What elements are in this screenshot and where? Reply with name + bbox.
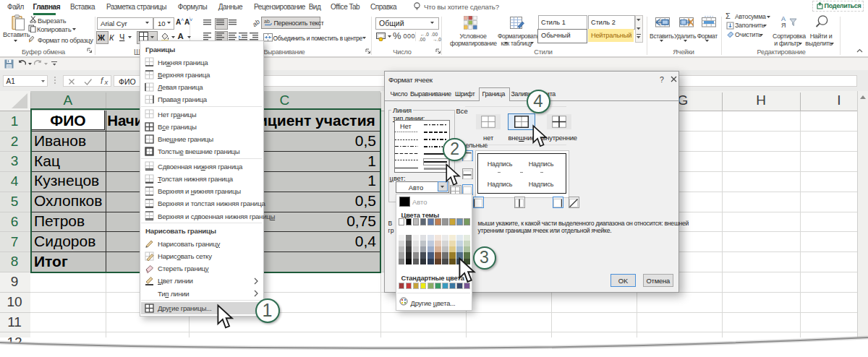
svg-text:ab: ab (264, 19, 270, 24)
svg-text:ab: ab (252, 18, 261, 27)
svg-text:→.0: →.0 (433, 37, 441, 42)
svg-text:Я: Я (781, 22, 786, 29)
svg-text:.00: .00 (419, 37, 425, 42)
